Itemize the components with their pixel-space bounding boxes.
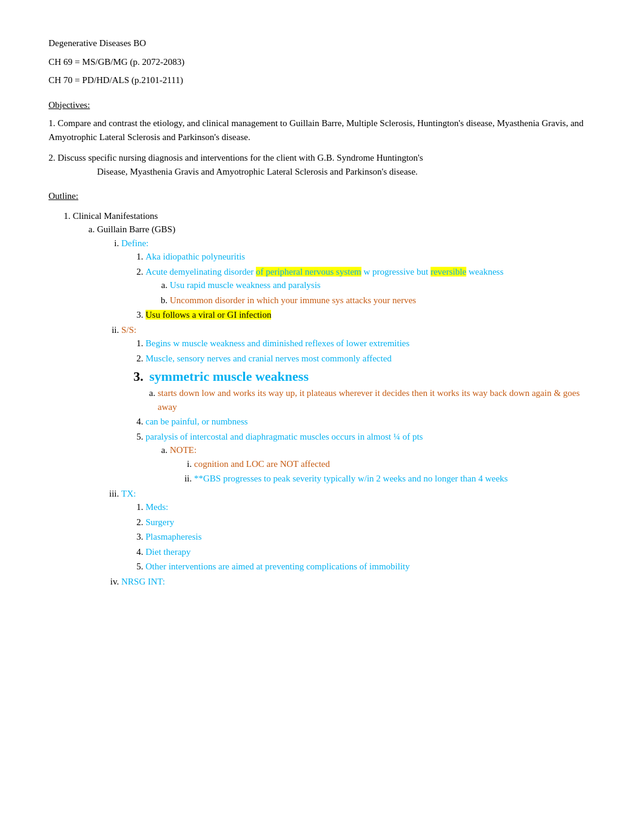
document-title: Degenerative Diseases BO xyxy=(49,36,595,50)
nrsg-item: NRSG INT: xyxy=(121,575,595,589)
define-3: Usu follows a viral or GI infection xyxy=(146,308,595,322)
gbs-item: Guillain Barre (GBS) Define: Aka idiopat… xyxy=(97,223,595,588)
objective-1: 1. Compare and contrast the etiology, an… xyxy=(49,116,595,144)
tx-5: Other interventions are aimed at prevent… xyxy=(146,560,595,574)
ss-label: S/S: xyxy=(121,325,136,335)
ss-1: Begins w muscle weakness and diminished … xyxy=(146,337,595,350)
define-2-sub-b: Uncommon disorder in which your immune s… xyxy=(170,293,595,307)
ss-4: can be painful, or numbness xyxy=(146,415,595,429)
define-2-text: Acute demyelinating disorder of peripher… xyxy=(146,267,503,277)
tx-4: Diet therapy xyxy=(146,545,595,559)
define-3-text: Usu follows a viral or GI infection xyxy=(146,310,271,320)
note-ii: **GBS progresses to peak severity typica… xyxy=(194,472,595,486)
tx-2: Surgery xyxy=(146,515,595,529)
define-2: Acute demyelinating disorder of peripher… xyxy=(146,265,595,307)
ss-3a: starts down low and works its way up, it… xyxy=(158,386,595,414)
outline-label: Outline: xyxy=(49,189,595,203)
define-2-sub-a: Usu rapid muscle weakness and paralysis xyxy=(170,278,595,292)
objective-2: 2. Discuss specific nursing diagnosis an… xyxy=(49,151,595,178)
ss-2: Muscle, sensory nerves and cranial nerve… xyxy=(146,352,595,366)
chapter-2: CH 70 = PD/HD/ALS (p.2101-2111) xyxy=(49,73,595,87)
define-label: Define: xyxy=(121,238,149,248)
note-i: cognition and LOC are NOT affected xyxy=(194,457,595,471)
ss-5: paralysis of intercostal and diaphragmat… xyxy=(146,430,595,486)
clinical-manifestations-label: Clinical Manifestations xyxy=(73,211,158,221)
define-1: Aka idiopathic polyneuritis xyxy=(146,250,595,264)
tx-item: TX: Meds: Surgery Plasmapheresis xyxy=(121,487,595,574)
chapter-1: CH 69 = MS/GB/MG (p. 2072-2083) xyxy=(49,55,595,69)
tx-1: Meds: xyxy=(146,500,595,514)
tx-label: TX: xyxy=(121,489,136,498)
define-1-text: Aka idiopathic polyneuritis xyxy=(146,252,245,261)
nrsg-label: NRSG INT: xyxy=(121,577,165,586)
ss-item: S/S: Begins w muscle weakness and dimini… xyxy=(121,323,595,486)
tx-3: Plasmapheresis xyxy=(146,530,595,544)
ss-3: 3. symmetric muscle weakness starts down… xyxy=(133,366,595,414)
outline-item-1: Clinical Manifestations Guillain Barre (… xyxy=(73,209,595,589)
objectives-label: Objectives: xyxy=(49,98,595,112)
gbs-label: Guillain Barre (GBS) xyxy=(97,224,175,234)
define-item: Define: Aka idiopathic polyneuritis Acut… xyxy=(121,236,595,322)
ss-5-note: NOTE: cognition and LOC are NOT affected… xyxy=(170,443,595,486)
note-label: NOTE: xyxy=(170,445,196,455)
